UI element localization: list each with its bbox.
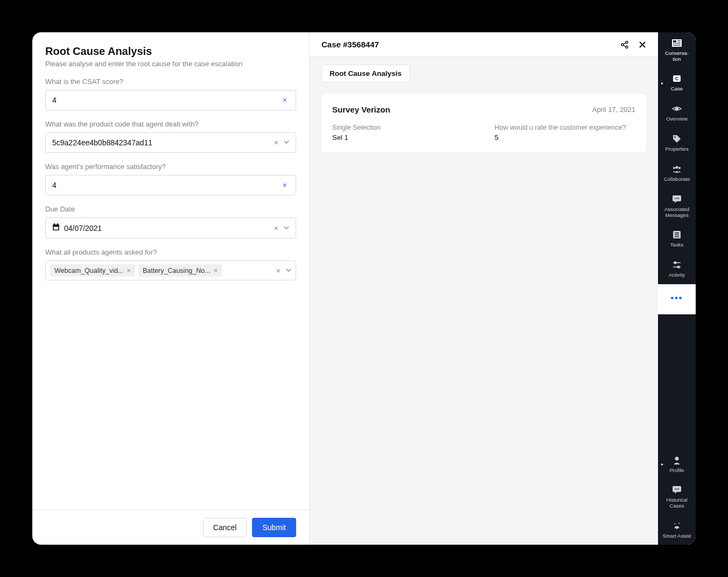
rail-conversation[interactable]: Conversa- tion: [658, 32, 696, 68]
rail-activity[interactable]: Activity: [658, 254, 696, 284]
svg-point-21: [673, 167, 675, 169]
rail-collaborate[interactable]: Collaborate: [658, 158, 696, 188]
svg-rect-3: [57, 223, 58, 225]
field-csat: What is the CSAT score? 4 ×: [45, 78, 296, 110]
user-icon: [673, 455, 681, 466]
due-date-value: 04/07/2021: [64, 224, 272, 233]
field-product-code: What was the product code that agent dea…: [45, 120, 296, 153]
calendar-icon: [52, 223, 60, 233]
rail-associated-messages[interactable]: Associated Messages: [658, 188, 696, 224]
chevron-down-icon[interactable]: [286, 268, 291, 274]
message-icon: [673, 194, 681, 205]
performance-value: 4: [52, 181, 281, 189]
csat-value: 4: [52, 96, 281, 104]
rail-label: Tasks: [670, 242, 683, 248]
case-title: Case #3568447: [321, 40, 379, 49]
users-icon: [672, 164, 682, 174]
tab-root-cause[interactable]: Root Cause Analysis: [321, 65, 410, 82]
svg-rect-2: [54, 223, 55, 225]
right-rail: Conversa- tion ▸ C Case Overview Propert: [658, 32, 696, 545]
products-input[interactable]: Webcam_Quality_vid... × Battery_Causing_…: [45, 261, 296, 280]
chevron-down-icon[interactable]: [284, 139, 289, 146]
product-code-input[interactable]: 5c9a224ee4b0b8842347ad11 ×: [45, 132, 296, 153]
rail-tasks[interactable]: Tasks: [658, 224, 696, 254]
svg-point-35: [675, 456, 679, 460]
rail-overview[interactable]: Overview: [658, 98, 696, 128]
tag-label: Battery_Causing_No...: [143, 267, 211, 275]
clear-icon[interactable]: ×: [281, 181, 289, 189]
rail-section-bottom: ▸ Profile Historical Cases Smart Assist: [658, 449, 696, 545]
tag-remove-icon[interactable]: ×: [127, 266, 131, 275]
survey-header: Survey Verizon April 17, 2021: [332, 105, 635, 114]
header-actions: [620, 40, 646, 49]
rail-label: Overview: [666, 116, 688, 122]
svg-rect-15: [673, 45, 681, 46]
tag-remove-icon[interactable]: ×: [214, 266, 218, 275]
survey-card: Survey Verizon April 17, 2021 Single Sel…: [321, 94, 646, 152]
rail-smart-assist[interactable]: Smart Assist: [658, 515, 696, 545]
form-footer: Cancel Submit: [32, 510, 309, 545]
rail-spacer: [658, 314, 696, 449]
rail-historical-cases[interactable]: Historical Cases: [658, 479, 696, 515]
more-icon: •••: [671, 293, 683, 304]
svg-rect-30: [675, 236, 679, 237]
svg-point-7: [626, 46, 628, 48]
rail-label: Collaborate: [664, 177, 690, 182]
share-icon[interactable]: [620, 40, 629, 49]
rail-label: Conversa- tion: [665, 51, 689, 62]
eye-icon: [672, 103, 682, 114]
rail-properties[interactable]: Properties: [658, 128, 696, 158]
chevron-down-icon[interactable]: [284, 225, 289, 231]
svg-point-22: [678, 167, 681, 169]
survey-q2-label: How would u rate the customer experience…: [495, 124, 636, 131]
survey-q1-label: Single Selection: [332, 124, 473, 131]
sliders-icon: [673, 259, 681, 270]
performance-input[interactable]: 4 ×: [45, 175, 296, 195]
svg-rect-11: [673, 40, 676, 43]
svg-point-39: [678, 489, 679, 490]
product-code-value: 5c9a224ee4b0b8842347ad11: [52, 138, 272, 147]
rail-profile[interactable]: ▸ Profile: [658, 449, 696, 479]
middle-panel: Case #3568447 Root Cause Analysis Surve: [310, 32, 658, 545]
rail-label: Historical Cases: [666, 497, 687, 509]
clear-icon[interactable]: ×: [274, 266, 283, 275]
case-icon: C: [672, 73, 682, 84]
product-code-label: What was the product code that agent dea…: [45, 120, 296, 128]
submit-button[interactable]: Submit: [252, 518, 296, 537]
rail-section-top: Conversa- tion ▸ C Case Overview Propert: [658, 32, 696, 284]
tag-label: Webcam_Quality_vid...: [54, 267, 123, 275]
svg-rect-1: [53, 224, 59, 226]
clear-icon[interactable]: ×: [281, 96, 289, 104]
rail-case[interactable]: ▸ C Case: [658, 68, 696, 98]
clear-icon[interactable]: ×: [272, 138, 281, 147]
svg-rect-13: [677, 42, 681, 43]
survey-q1-value: Sel 1: [332, 133, 473, 142]
svg-point-32: [674, 262, 676, 264]
rail-label: Associated Messages: [664, 207, 689, 219]
due-date-input[interactable]: 04/07/2021 ×: [45, 217, 296, 238]
rail-label: Case: [671, 86, 683, 92]
active-marker-icon: ▸: [661, 80, 663, 85]
app-window: Root Cause Analysis Please analyse and e…: [32, 32, 696, 545]
rail-label: Profile: [670, 468, 684, 474]
svg-point-41: [678, 523, 680, 524]
newspaper-icon: [672, 38, 682, 48]
rail-label: Activity: [669, 272, 685, 278]
cancel-button[interactable]: Cancel: [203, 518, 247, 537]
close-icon[interactable]: [639, 41, 646, 48]
performance-label: Was agent's performance satisfactory?: [45, 163, 296, 171]
rail-more[interactable]: •••: [658, 284, 696, 314]
form-subtitle: Please analyse and enter the root cause …: [45, 60, 296, 68]
list-icon: [673, 229, 681, 240]
clear-icon[interactable]: ×: [272, 224, 281, 233]
active-marker-icon: ▸: [661, 462, 663, 467]
survey-col-1: Single Selection Sel 1: [332, 124, 473, 142]
svg-point-6: [621, 44, 624, 46]
form-title: Root Cause Analysis: [45, 45, 296, 58]
csat-input[interactable]: 4 ×: [45, 90, 296, 110]
left-panel: Root Cause Analysis Please analyse and e…: [32, 32, 310, 545]
svg-point-26: [678, 198, 679, 199]
product-tag: Battery_Causing_No... ×: [138, 264, 222, 277]
survey-q2-value: 5: [495, 133, 636, 142]
svg-rect-4: [54, 227, 59, 230]
